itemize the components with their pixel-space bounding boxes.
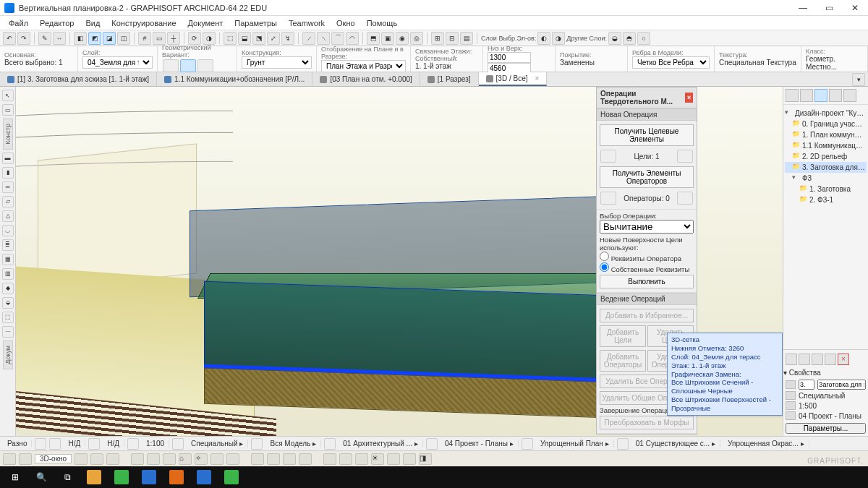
- task-app-2[interactable]: [109, 468, 135, 487]
- tool-edit-2[interactable]: ⬓: [238, 32, 251, 45]
- bt-15[interactable]: [355, 453, 368, 465]
- tool-slab[interactable]: ▱: [2, 196, 14, 207]
- menu-help[interactable]: Помощь: [361, 19, 404, 27]
- nav-prev[interactable]: [3, 453, 16, 465]
- qs-mvo[interactable]: 04 Проект - Планы ▸: [441, 440, 519, 448]
- section-new-op[interactable]: Новая Операция: [597, 108, 697, 121]
- construct-select[interactable]: Грунт: [242, 56, 312, 69]
- tool-column[interactable]: ▮: [2, 167, 14, 179]
- nav-tab-viewmap[interactable]: [814, 89, 827, 102]
- menu-file[interactable]: Файл: [3, 19, 34, 27]
- tree-item-selected[interactable]: 3. Заготовка для эскиза: [785, 162, 867, 173]
- tree-item[interactable]: 2. Ф3-1: [785, 194, 867, 205]
- tool-arrow[interactable]: ↖: [2, 90, 14, 101]
- bt-3[interactable]: [106, 453, 119, 465]
- tool-edit-3[interactable]: ⬔: [252, 32, 265, 45]
- tool-curve-4[interactable]: ◠: [346, 32, 359, 45]
- tool-redo[interactable]: ↷: [17, 32, 30, 45]
- tool-curve-3[interactable]: ⌒: [331, 32, 344, 45]
- zoom-fit[interactable]: [88, 438, 100, 450]
- tab-plan-sketch[interactable]: [1] 3. Заготовка для эскиза [1. 1-й этаж…: [0, 72, 157, 86]
- nav-delete[interactable]: ×: [838, 354, 849, 365]
- bt-home[interactable]: ⌂: [179, 453, 192, 465]
- bt-9[interactable]: [251, 453, 264, 465]
- view-3d-label[interactable]: 3D-окно: [35, 454, 72, 463]
- bt-7[interactable]: [210, 453, 224, 465]
- tool-grid[interactable]: #: [138, 32, 151, 45]
- get-targets-button[interactable]: Получить Целевые Элементы: [600, 124, 694, 146]
- qs-model[interactable]: Вся Модель ▸: [265, 440, 321, 448]
- bt-2[interactable]: [90, 453, 103, 465]
- tool-view-2[interactable]: ▣: [381, 32, 394, 45]
- tool-x2[interactable]: ⊟: [446, 32, 459, 45]
- tool-snap-d[interactable]: ◫: [117, 32, 130, 45]
- qs-layers[interactable]: Специальный ▸: [187, 440, 248, 448]
- qs-2[interactable]: [251, 438, 263, 450]
- tool-pick[interactable]: ✎: [38, 32, 51, 45]
- bt-16[interactable]: [387, 453, 400, 465]
- task-app-1[interactable]: [81, 468, 107, 487]
- layer-oth-2[interactable]: ◓: [623, 32, 636, 45]
- prop-name-input[interactable]: [817, 380, 866, 390]
- bt-6[interactable]: [163, 453, 176, 465]
- tool-mesh[interactable]: ▦: [2, 254, 14, 265]
- tree-item[interactable]: 2. 2D рельеф: [785, 151, 867, 162]
- prop-id-input[interactable]: [799, 380, 814, 390]
- section-manage[interactable]: Ведение Операций: [597, 293, 697, 305]
- layer-sel-1[interactable]: ◐: [537, 32, 550, 45]
- bt-4[interactable]: [131, 453, 144, 465]
- operation-select[interactable]: Вычитание: [600, 220, 694, 234]
- toolbox-tab-docu[interactable]: Докум: [3, 341, 13, 369]
- tool-curve-1[interactable]: ⟋: [302, 32, 315, 45]
- params-button[interactable]: Параметры...: [786, 423, 866, 434]
- layer-oth-1[interactable]: ◒: [608, 32, 621, 45]
- qs-reno[interactable]: 01 Существующее с... ▸: [631, 440, 720, 448]
- op-tool-icon[interactable]: [677, 192, 693, 205]
- nav-tab-2[interactable]: [800, 89, 813, 102]
- close-button[interactable]: ✕: [846, 3, 864, 13]
- minimize-button[interactable]: —: [794, 3, 812, 13]
- target-tool-icon[interactable]: [677, 150, 693, 163]
- tab-section[interactable]: [1 Разрез]: [420, 72, 479, 86]
- tool-guides[interactable]: ▭: [153, 32, 166, 45]
- menu-view[interactable]: Вид: [80, 19, 106, 27]
- tool-trace[interactable]: ◑: [203, 32, 216, 45]
- nav-tab-5[interactable]: [843, 89, 856, 102]
- nav-action-2[interactable]: [799, 354, 810, 365]
- task-app-4[interactable]: [163, 468, 190, 487]
- bt-sun[interactable]: ☀: [371, 453, 384, 465]
- qs-dim[interactable]: Упрощенная Окрас... ▸: [723, 440, 809, 448]
- tool-x1[interactable]: ⊞: [431, 32, 444, 45]
- menu-teamwork[interactable]: Teamwork: [283, 19, 331, 27]
- tab-comm[interactable]: 1.1 Коммуникации+обозначения [Р/Л...: [157, 72, 312, 86]
- 3d-viewport[interactable]: ↖ 3D-сетка Нижняя Отметка: 3260 Слой: 04…: [16, 87, 783, 436]
- geom-opt-2[interactable]: [180, 59, 196, 72]
- menu-window[interactable]: Окно: [331, 19, 361, 27]
- layer-select[interactable]: 04_Земля для терасс: [82, 56, 153, 69]
- bt-10[interactable]: [267, 453, 280, 465]
- toolbox-tab-constr[interactable]: Констр: [3, 119, 13, 150]
- qs-go[interactable]: Упрощенный План ▸: [536, 440, 614, 448]
- tool-zone[interactable]: ⬚: [2, 312, 14, 323]
- tool-object[interactable]: ⬙: [2, 297, 14, 309]
- tool-marquee[interactable]: ▭: [2, 104, 14, 116]
- panel-close-button[interactable]: ×: [685, 93, 693, 103]
- nav-action-3[interactable]: [812, 354, 823, 365]
- tool-curtain[interactable]: ▥: [2, 268, 14, 280]
- start-button[interactable]: ⊞: [3, 468, 27, 487]
- tree-root[interactable]: Дизайн-проект "Курортно...: [785, 108, 867, 119]
- tool-beam[interactable]: ═: [2, 181, 14, 193]
- tool-edit-1[interactable]: ⬚: [224, 32, 237, 45]
- menu-edit[interactable]: Редактор: [34, 19, 80, 27]
- search-button[interactable]: 🔍: [29, 468, 54, 487]
- qs-4[interactable]: [426, 438, 438, 450]
- bt-14[interactable]: [339, 453, 352, 465]
- tool-view-4[interactable]: ◎: [410, 32, 423, 45]
- taskview-button[interactable]: ⧉: [55, 468, 80, 487]
- zoom-pct[interactable]: Н/Д: [103, 440, 124, 448]
- tool-roof[interactable]: △: [2, 210, 14, 222]
- execute-button[interactable]: Выполнить: [600, 275, 694, 288]
- bt-compass[interactable]: ✧: [195, 453, 208, 465]
- tool-edit-4[interactable]: ⤢: [267, 32, 280, 45]
- tabs-menu-button[interactable]: ▾: [852, 73, 865, 86]
